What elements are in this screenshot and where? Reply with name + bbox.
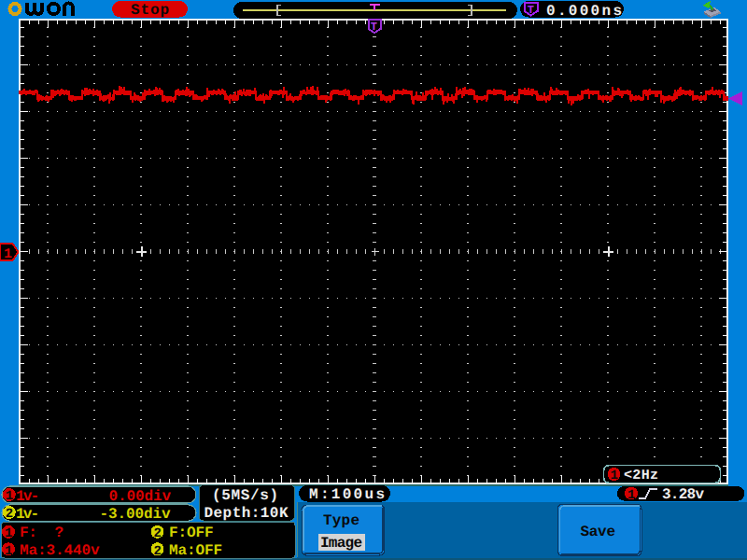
svg-text:M:100us: M:100us: [309, 486, 385, 503]
svg-text:0.00div: 0.00div: [109, 488, 172, 505]
svg-text:<2Hz: <2Hz: [624, 468, 658, 483]
svg-text:-3.00div: -3.00div: [100, 506, 171, 523]
svg-text:2: 2: [6, 507, 13, 522]
svg-text:3.28v: 3.28v: [662, 486, 704, 503]
svg-text:F:OFF: F:OFF: [169, 525, 214, 541]
svg-text:T: T: [528, 4, 534, 17]
svg-text:Type: Type: [323, 512, 359, 529]
svg-text:(5MS/s): (5MS/s): [212, 487, 278, 504]
svg-text:Ma:OFF: Ma:OFF: [169, 542, 222, 559]
svg-text:1: 1: [5, 544, 12, 559]
svg-text:1: 1: [627, 488, 635, 503]
svg-text:Stop: Stop: [131, 2, 169, 19]
svg-text:0.000ns: 0.000ns: [546, 3, 622, 20]
svg-text:2: 2: [153, 526, 161, 541]
svg-text:1v-: 1v-: [16, 488, 39, 505]
svg-text:Image: Image: [320, 535, 362, 552]
svg-text:Save: Save: [581, 524, 616, 540]
svg-text:Ma:3.440v: Ma:3.440v: [20, 542, 100, 559]
svg-text:2: 2: [153, 544, 161, 559]
svg-text:T: T: [371, 21, 377, 34]
svg-text:1: 1: [4, 246, 12, 262]
svg-text:1: 1: [6, 489, 13, 504]
svg-text:1v-: 1v-: [16, 506, 39, 523]
svg-text:1: 1: [610, 469, 617, 483]
svg-text:F: ?: F: ?: [20, 525, 63, 541]
svg-text:1: 1: [5, 526, 12, 541]
svg-text:Depth:10K: Depth:10K: [204, 505, 289, 522]
